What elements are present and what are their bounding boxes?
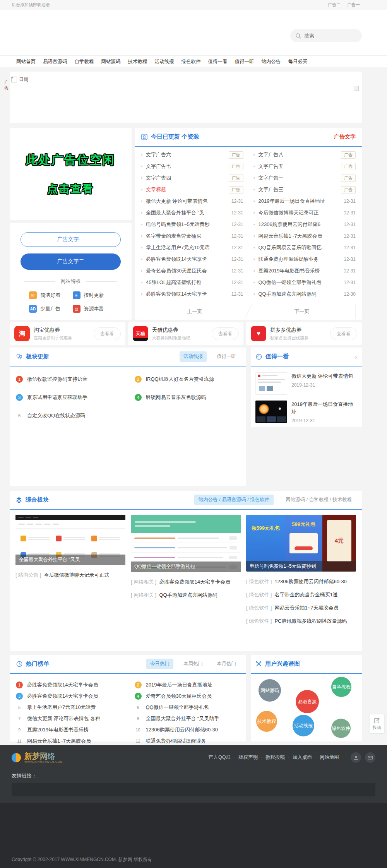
board-list-item[interactable]: 3 京东试用申请京豆获取助手: [16, 394, 122, 401]
tab-hot-today[interactable]: 今日热门: [146, 659, 173, 669]
category-list-item[interactable]: [ 绿色软件 ] PC腾讯微视多线程刷播放量源码: [246, 618, 356, 625]
category-list-item[interactable]: [ 网络相关 ] 必胜客免费领取14天宅享卡会员: [131, 579, 241, 586]
tab-worth-listen[interactable]: 值得一听: [213, 351, 240, 362]
prev-page-button[interactable]: 上一页: [141, 304, 248, 319]
tab-hot-week[interactable]: 本周热门: [180, 659, 207, 669]
hot-list-item[interactable]: 12 联通免费办理漏话提醒业务: [135, 735, 240, 746]
hot-list-item[interactable]: 1 必胜客免费领取14天宅享卡会员: [16, 679, 122, 690]
search-input[interactable]: [304, 33, 351, 39]
nav-item[interactable]: 易语言源码: [41, 58, 69, 65]
hot-list-item[interactable]: 8 全国最大聚合外挂平台 “又叉助手: [135, 713, 240, 724]
category-list-item[interactable]: [ 绿色软件 ] 12306购票使用云闪付邮储60-30: [246, 578, 356, 585]
hot-list-item[interactable]: 3 必胜客免费领取14天宅享卡会员: [16, 690, 122, 702]
interest-bubble[interactable]: 绿色软件: [331, 719, 351, 738]
go-see-button[interactable]: 去看看: [212, 327, 239, 340]
nav-item[interactable]: 绿色软件: [180, 58, 202, 65]
board-list-item[interactable]: 1 微信收款监控源码支持语音: [16, 376, 122, 383]
article-list-item[interactable]: 2019年最后一场日食直播地址 12-31: [253, 195, 356, 207]
topbar-ad-two[interactable]: 广告二: [328, 2, 341, 7]
article-list-item[interactable]: 豆瓣2019年电影图书音乐榜 12-31: [253, 265, 356, 277]
ad-text-button-two[interactable]: 广告文字二: [21, 253, 121, 270]
article-list-item[interactable]: 文字广告四 广告: [141, 172, 243, 184]
footer-link[interactable]: 官方QQ群: [205, 754, 235, 761]
tab-group-inactive[interactable]: 网站源码 / 自学教程 / 技术教程: [281, 495, 356, 505]
ad-text-button-one[interactable]: 广告文字一: [21, 232, 121, 247]
interest-bubble[interactable]: 活动线报: [293, 715, 314, 736]
article-list-item[interactable]: 文字广告七 广告: [141, 161, 243, 172]
user-icon-button[interactable]: [351, 752, 361, 763]
nav-item[interactable]: 每日必买: [287, 58, 309, 65]
interest-bubble[interactable]: 自学教程: [331, 677, 351, 697]
worth-see-item[interactable]: 微信大更新 评论可带表情包 2019-12-31: [255, 372, 357, 395]
hot-list-item[interactable]: 6 QQ微信一键领全部手游礼包: [135, 702, 240, 713]
category-list-item[interactable]: [ 站内公告 ] 今后微信微博聊天记录可正式: [15, 572, 125, 579]
hot-list-item[interactable]: 5 掌上生活老用户7元充10元话费: [16, 702, 122, 713]
footer-link[interactable]: 网站地图: [316, 754, 343, 761]
go-see-button[interactable]: 去看看: [94, 327, 121, 340]
article-list-item[interactable]: 掌上生活老用户7元充10元话 12-31: [141, 242, 243, 253]
article-list-item[interactable]: 45张LOL超高清壁纸打包 12-31: [141, 277, 243, 288]
article-list-item[interactable]: 爱奇艺会员领30天屈臣氏会 12-31: [141, 265, 243, 277]
hot-list-item[interactable]: 4 爱奇艺会员领30天屈臣氏会员: [135, 690, 240, 702]
nav-item[interactable]: 网站源码: [100, 58, 122, 65]
featured-image-link[interactable]: 全国最大聚合外挂平台 “又叉: [15, 515, 125, 565]
topbar-ad-one[interactable]: 广告一: [347, 2, 360, 7]
interest-bubble[interactable]: 网站源码: [259, 679, 281, 702]
tab-activity-news[interactable]: 活动线报: [180, 351, 207, 362]
chevron-right-icon[interactable]: ›: [355, 353, 357, 360]
worth-see-item[interactable]: 2019年最后一场日食直播地址 2019-12-31: [255, 401, 357, 423]
go-see-button[interactable]: 去看看: [330, 327, 357, 340]
article-list-item[interactable]: 必胜客免费领取14天宅享卡 12-31: [141, 253, 243, 265]
article-list-item[interactable]: 今后微信微博聊天记录可正 12-31: [253, 207, 356, 219]
hot-list-item[interactable]: 11 网易云音乐抽1~7天黑胶会员: [16, 735, 122, 746]
article-list-item[interactable]: 联通免费办理漏话提醒业务 12-31: [253, 253, 356, 265]
next-page-button[interactable]: 下一页: [248, 304, 355, 319]
article-list-item[interactable]: 文章标题二 广告: [141, 184, 243, 195]
search-box[interactable]: [290, 29, 362, 42]
category-list-item[interactable]: [ 网络相关 ] QQ手游加速点亮网站源码: [131, 592, 241, 599]
tab-group-active[interactable]: 站内公告 / 易语言源码 / 绿色软件: [194, 495, 274, 505]
nav-item[interactable]: 值得一听: [233, 58, 256, 65]
article-list-item[interactable]: 全国最大聚合外挂平台 “叉 12-31: [141, 207, 243, 219]
nav-item[interactable]: 活动线报: [153, 58, 176, 65]
contribute-float-button[interactable]: 投稿: [369, 714, 385, 733]
today-ad-text-link[interactable]: 广告文字: [334, 134, 356, 140]
article-list-item[interactable]: 文字广告五 广告: [253, 161, 356, 172]
board-list-item[interactable]: 2 IRQQ机器人好友名片赞引流源: [135, 376, 240, 383]
article-list-item[interactable]: QQ手游加速点亮网站源码 12-30: [253, 288, 356, 300]
article-list-item[interactable]: 文字广告八 广告: [253, 149, 356, 161]
hot-list-item[interactable]: 7 微信大更新 评论可带表情包 各种: [16, 713, 122, 724]
nav-item[interactable]: 技术教程: [127, 58, 149, 65]
article-list-item[interactable]: 文字广告六 广告: [141, 149, 243, 161]
article-list-item[interactable]: QQ音乐网易云音乐听歌回忆 12-31: [253, 242, 356, 253]
hot-list-item[interactable]: 9 豆瓣2019年电影图书音乐榜: [16, 724, 122, 735]
footer-link[interactable]: 教程投稿: [262, 754, 289, 761]
sidebar-ad-placeholder[interactable]: 此处广告位空闲 点击查看: [10, 128, 132, 220]
article-list-item[interactable]: 网易云音乐抽1~7天黑胶会员 12-31: [253, 230, 356, 242]
board-list-item[interactable]: 5 自定义改QQ在线状态源码: [16, 412, 122, 419]
nav-item[interactable]: 值得一看: [207, 58, 229, 65]
nav-item[interactable]: 站内公告: [260, 58, 283, 65]
mail-icon-button[interactable]: [365, 752, 375, 763]
article-list-item[interactable]: QQ微信一键领全部手游礼包 12-31: [253, 277, 356, 288]
article-list-item[interactable]: 文字广告一 广告: [253, 172, 356, 184]
article-list-item[interactable]: 12306购票使用云闪付邮储6 12-31: [253, 219, 356, 230]
tab-hot-month[interactable]: 本月热门: [213, 659, 240, 669]
friend-links-bar[interactable]: [12, 783, 375, 796]
footer-link[interactable]: 加入桌面: [289, 754, 316, 761]
footer-link[interactable]: 版权声明: [235, 754, 262, 761]
hot-list-item[interactable]: 2 2019年最后一场日食直播地址: [135, 679, 240, 690]
category-list-item[interactable]: [ 绿色软件 ] 网易云音乐抽1~7天黑胶会员: [246, 604, 356, 611]
footer-logo[interactable]: 新梦网络 WWW.XINMENGCN.COM: [12, 752, 63, 763]
article-list-item[interactable]: 名字带金的麦当劳金桶买 12-31: [141, 230, 243, 242]
category-list-item[interactable]: [ 绿色软件 ] 名字带金的麦当劳金桶买1送: [246, 591, 356, 598]
featured-image-link[interactable]: 领599元礼包 599元礼包 4元 电信号码免费领1~5元话费秒到: [246, 515, 356, 572]
board-list-item[interactable]: 4 解锁网易云音乐灰色歌源码: [135, 394, 240, 401]
article-list-item[interactable]: 微信大更新 评论可带表情包 12-31: [141, 195, 243, 207]
interest-bubble[interactable]: 易语言源: [296, 690, 319, 713]
nav-item[interactable]: 自学教程: [73, 58, 96, 65]
interest-bubble[interactable]: 技术教程: [256, 711, 277, 732]
nav-item[interactable]: 网站首页: [15, 58, 37, 65]
featured-image-link[interactable]: QQ微信一键领全部手游礼包: [131, 515, 241, 572]
hot-list-item[interactable]: 10 12306购票使用云闪付邮储60-30: [135, 724, 240, 735]
